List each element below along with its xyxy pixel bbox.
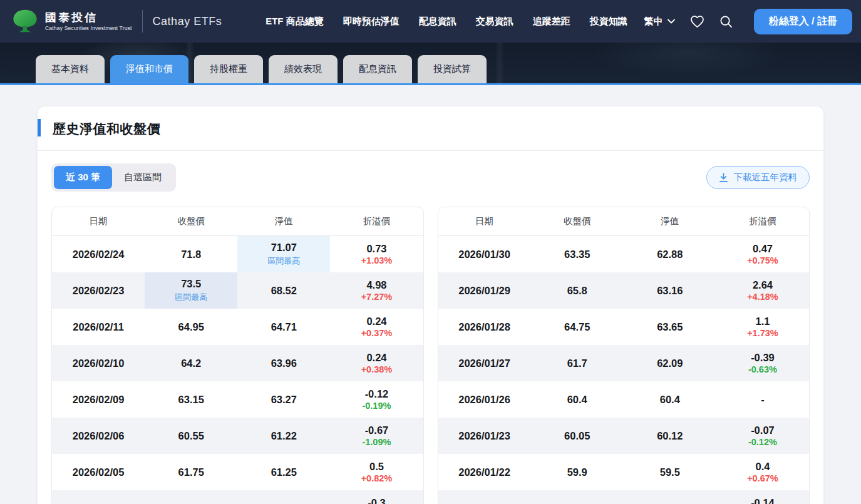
range-segment-control: 近 30 筆 自選區間 [51, 163, 176, 192]
premium-cell: 1.1+1.73% [716, 309, 809, 345]
date-cell: 2026/02/06 [52, 418, 145, 454]
range-custom-button[interactable]: 自選區間 [112, 166, 173, 189]
premium-cell: -0.12-0.19% [330, 381, 423, 418]
tab-item[interactable]: 績效表現 [269, 55, 338, 83]
column-header: 淨值 [237, 215, 330, 227]
close-price-cell: 60.4 [531, 381, 624, 418]
table-row: 2026/01/2660.460.4- [438, 381, 810, 418]
nav-cell: 64.71 [237, 309, 330, 345]
tab-item[interactable]: 持股權重 [194, 55, 263, 83]
nav-item[interactable]: 配息資訊 [419, 16, 456, 28]
date-cell: 2026/01/29 [438, 272, 531, 309]
column-header: 收盤價 [145, 215, 237, 227]
premium-percent: -0.12% [748, 437, 777, 447]
close-price-cell: 71.8 [145, 236, 237, 272]
nav-cell: 60.4 [624, 381, 716, 418]
close-price-cell-value: 64.2 [181, 357, 201, 369]
premium-cell: -0.67-1.09% [330, 418, 423, 454]
premium-cell: -0.14-0.24% [716, 490, 809, 504]
close-price-cell-value: 71.8 [181, 249, 201, 260]
close-price-cell: 64.2 [145, 345, 237, 381]
range-high-tag: 區間最高 [267, 255, 300, 267]
close-price-cell: 63.15 [145, 381, 237, 418]
date-cell: 2026/02/10 [52, 345, 145, 381]
close-price-cell-value: 60.4 [567, 394, 587, 406]
language-label: 繁中 [644, 16, 663, 28]
date-cell: 2026/01/22 [438, 454, 531, 490]
range-high-tag: 區間最高 [175, 292, 207, 303]
close-price-cell: 73.5區間最高 [145, 272, 237, 309]
nav-item[interactable]: 追蹤差距 [533, 16, 570, 28]
nav-cell-value: 71.07 [271, 242, 297, 254]
nav-cell-value: 60.12 [657, 430, 683, 442]
language-selector[interactable]: 繁中 [644, 16, 675, 28]
tab-item[interactable]: 基本資料 [36, 55, 105, 83]
date-cell: 2026/02/11 [52, 309, 145, 345]
premium-value: 0.24 [366, 352, 386, 364]
premium-value: -0.14 [751, 497, 775, 504]
close-price-cell: 58.05 [531, 490, 624, 504]
search-icon[interactable] [719, 15, 733, 28]
fan-login-register-button[interactable]: 粉絲登入 / 註冊 [754, 9, 852, 34]
date-cell: 2026/02/04 [52, 490, 145, 504]
premium-value: 0.4 [755, 461, 770, 473]
nav-item[interactable]: 即時預估淨值 [343, 16, 400, 28]
premium-value: 4.98 [366, 279, 386, 291]
nav-cell: 63.96 [237, 345, 330, 381]
date-cell: 2026/01/30 [438, 236, 531, 272]
nav-cell-value: 59.5 [660, 466, 680, 478]
nav-item[interactable]: 交易資訊 [476, 16, 513, 28]
table-row: 2026/01/2965.863.162.64+4.18% [438, 272, 810, 309]
tab-item[interactable]: 投資試算 [418, 55, 487, 83]
price-table-left: 日期收盤價淨值折溢價2026/02/2471.871.07區間最高0.73+1.… [51, 207, 424, 504]
tab-item[interactable]: 配息資訊 [343, 55, 412, 83]
cathay-tree-logo-icon [11, 9, 39, 34]
close-price-cell: 65.8 [531, 272, 624, 309]
range-recent-30-button[interactable]: 近 30 筆 [54, 166, 112, 189]
premium-percent: +1.73% [747, 328, 778, 338]
table-row: 2026/02/1164.9564.710.24+0.37% [52, 309, 423, 345]
column-header: 折溢價 [330, 215, 423, 227]
premium-percent: -1.09% [362, 437, 391, 447]
nav-item[interactable]: 投資知識 [590, 16, 627, 28]
controls-row: 近 30 筆 自選區間 下載近五年資料 [38, 151, 823, 199]
chevron-down-icon [668, 19, 675, 24]
date-cell: 2026/01/26 [438, 381, 531, 418]
premium-cell: 0.4+0.67% [716, 454, 809, 490]
premium-percent: +7.27% [361, 292, 393, 302]
tab-active[interactable]: 淨值和市價 [110, 55, 188, 83]
table-row: 2026/02/0561.7561.250.5+0.82% [52, 454, 423, 490]
column-header: 收盤價 [531, 215, 624, 227]
nav-cell: 60.12 [624, 418, 716, 454]
column-header: 折溢價 [716, 215, 809, 227]
download-icon [719, 173, 728, 183]
date-value: 2026/01/28 [458, 321, 510, 333]
close-price-cell-value: 61.75 [178, 466, 204, 478]
table-row: 2026/02/2471.871.07區間最高0.73+1.03% [52, 236, 423, 272]
close-price-cell-value: 64.75 [564, 321, 590, 333]
brand-logo-group[interactable]: 國泰投信 Cathay Securities Investment Trust … [11, 9, 222, 34]
nav-cell-value: 63.96 [271, 357, 297, 369]
table-row: 2026/02/2373.5區間最高68.524.98+7.27% [52, 272, 423, 309]
date-cell: 2026/01/28 [438, 309, 531, 345]
date-cell: 2026/01/23 [438, 418, 531, 454]
close-price-cell-value: 63.35 [564, 249, 590, 260]
history-price-card: 歷史淨值和收盤價 近 30 筆 自選區間 下載近五年資料 日期收盤價淨值折溢價2… [38, 106, 823, 504]
main-nav: ETF 商品總覽即時預估淨值配息資訊交易資訊追蹤差距投資知識 [266, 16, 627, 28]
nav-cell: 59.5 [624, 454, 716, 490]
favorites-heart-icon[interactable] [690, 15, 704, 28]
table-row: 2026/01/2761.762.09-0.39-0.63% [438, 345, 810, 381]
page-main: 歷史淨值和收盤價 近 30 筆 自選區間 下載近五年資料 日期收盤價淨值折溢價2… [0, 85, 861, 504]
brand-text: 國泰投信 Cathay Securities Investment Trust [45, 11, 132, 32]
premium-value: -0.07 [751, 424, 775, 436]
date-value: 2026/01/26 [458, 394, 510, 406]
nav-item[interactable]: ETF 商品總覽 [266, 16, 324, 28]
close-price-cell: 63.35 [531, 236, 624, 272]
premium-percent: +0.82% [361, 473, 393, 483]
brand-name-zh: 國泰投信 [45, 11, 132, 24]
column-header: 淨值 [624, 215, 716, 227]
close-price-cell: 64.75 [531, 309, 624, 345]
download-five-year-button[interactable]: 下載近五年資料 [706, 166, 810, 189]
nav-cell: 63.65 [624, 309, 716, 345]
date-value: 2026/02/05 [73, 466, 125, 478]
